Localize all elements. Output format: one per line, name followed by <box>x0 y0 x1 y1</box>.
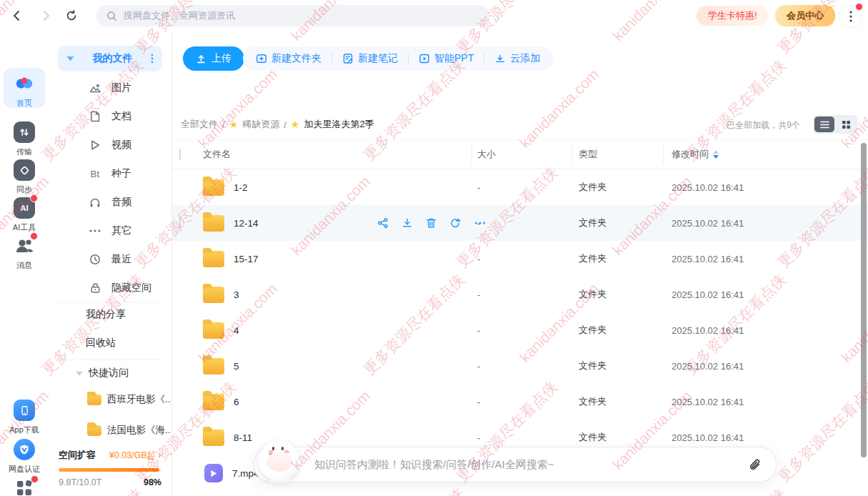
category-label: 种子 <box>111 167 131 180</box>
download-icon[interactable] <box>401 217 413 229</box>
column-header-type[interactable]: 类型 <box>579 140 597 169</box>
cloud-add-icon <box>494 53 506 64</box>
column-header-name[interactable]: 文件名 <box>203 140 231 169</box>
notification-dot <box>31 475 39 483</box>
sort-control[interactable] <box>713 150 719 159</box>
rail-item-label: 传输 <box>16 147 32 157</box>
sync-icon <box>13 159 36 182</box>
sidebar-category-隐藏空间[interactable]: 隐藏空间 <box>49 274 171 302</box>
sidebar-category-最近[interactable]: 最近 <box>49 245 171 274</box>
sidebar-category-视频[interactable]: 视频 <box>49 131 171 159</box>
search-icon <box>106 11 117 21</box>
upload-button[interactable]: 上传 <box>183 46 244 71</box>
category-label: 图片 <box>111 81 131 94</box>
file-size: - <box>477 277 480 312</box>
quick-item[interactable]: 法国电影《海... <box>87 424 170 437</box>
main-content: 上传 新建文件夹 新建笔记 智能PPT 云添加 全部文件 / ★ 稀缺资源 / … <box>171 32 868 496</box>
search-input[interactable]: 搜网盘文件、全网资源资讯 <box>96 5 489 26</box>
vip-center-button[interactable]: 会员中心 <box>775 5 835 26</box>
rail-item-AI工具[interactable]: AI AI工具 <box>0 197 49 233</box>
search-placeholder: 搜网盘文件、全网资源资讯 <box>124 9 235 22</box>
rail-item-工具[interactable]: 工具 <box>0 477 49 496</box>
quota-price-link[interactable]: ¥0.03/GB起 › <box>109 450 161 462</box>
sidebar-item-recycle-bin[interactable]: 回收站 <box>86 337 116 349</box>
refresh-button[interactable] <box>63 7 80 24</box>
paperclip-icon[interactable] <box>748 458 762 472</box>
table-row[interactable]: 5 - 文件夹 2025.10.02 16:41 <box>171 348 868 384</box>
vertical-scrollbar[interactable] <box>861 143 867 457</box>
table-row[interactable]: 3 - 文件夹 2025.10.02 16:41 <box>171 277 868 312</box>
smart-ppt-button[interactable]: 智能PPT <box>419 52 474 65</box>
my-files-label: 我的文件 <box>80 52 145 65</box>
grid-view-button[interactable] <box>836 116 856 132</box>
file-name: 12-14 <box>234 218 259 229</box>
ai-mascot-avatar <box>257 440 303 487</box>
select-all-checkbox[interactable] <box>179 149 181 161</box>
sidebar-item-my-share[interactable]: 我的分享 <box>86 308 126 321</box>
new-note-button[interactable]: 新建笔记 <box>342 52 398 65</box>
back-button[interactable] <box>9 7 26 24</box>
quota-panel: 空间扩容 ¥0.03/GB起 › 9.8T/10.0T 98% <box>49 442 171 496</box>
cloud-add-button[interactable]: 云添加 <box>494 52 540 65</box>
table-row[interactable]: 6 - 文件夹 2025.10.02 16:41 <box>171 384 868 420</box>
rail-item-label: 消息 <box>16 260 32 271</box>
smart-ppt-icon <box>419 53 430 64</box>
sidebar-quick-access[interactable]: 快捷访问 <box>76 367 129 380</box>
table-row[interactable]: 1-2 - 文件夹 2025.10.02 16:41 <box>171 169 868 205</box>
sidebar-category-其它[interactable]: 其它 <box>49 217 171 245</box>
file-time: 2025.10.02 16:41 <box>672 348 744 384</box>
breadcrumb-mid[interactable]: 稀缺资源 <box>242 118 279 131</box>
quick-item[interactable]: 西班牙电影《... <box>87 393 170 406</box>
rail-item-传输[interactable]: 传输 <box>0 121 49 157</box>
rail-item-首页[interactable]: 首页 <box>0 72 49 109</box>
folder-icon <box>203 215 224 232</box>
new-folder-icon <box>256 53 267 64</box>
rail-item-同步[interactable]: 同步 <box>0 159 49 195</box>
notification-dot <box>30 194 38 202</box>
share-icon[interactable] <box>377 217 389 229</box>
column-header-size[interactable]: 大小 <box>477 140 496 169</box>
table-row[interactable]: 12-14 - 文件夹 2025.10.02 16:41 <box>171 205 868 241</box>
grid-view-icon <box>842 120 851 129</box>
sidebar-category-音频[interactable]: 音频 <box>49 188 171 217</box>
rail-item-App下载[interactable]: App下载 <box>0 399 49 435</box>
rail-item-消息[interactable]: 消息 <box>0 234 49 271</box>
file-name: 5 <box>234 361 239 372</box>
sidebar-category-种子[interactable]: Bt 种子 <box>49 159 171 188</box>
new-folder-button[interactable]: 新建文件夹 <box>256 52 321 65</box>
student-promo-button[interactable]: 学生卡特惠! <box>697 6 769 26</box>
file-name: 4 <box>234 325 239 336</box>
file-time: 2025.10.02 16:41 <box>672 312 744 348</box>
sidebar-item-my-files[interactable]: 我的文件 <box>58 46 162 71</box>
sync-add-icon[interactable] <box>449 217 462 229</box>
file-type: 文件夹 <box>579 169 607 205</box>
quick-item-label: 西班牙电影《... <box>107 393 170 406</box>
messages-icon <box>13 234 36 257</box>
category-label: 最近 <box>111 253 131 266</box>
table-row[interactable]: 15-17 - 文件夹 2025.10.02 16:41 <box>171 241 868 277</box>
ai-search-bar[interactable]: 知识问答内测啦！知识搜索/问答/创作/AI全网搜索~ <box>254 447 777 482</box>
view-toggle <box>813 115 857 134</box>
kebab-menu-icon[interactable] <box>151 54 154 64</box>
delete-icon[interactable] <box>426 217 437 229</box>
column-header-time[interactable]: 修改时间 <box>672 148 709 161</box>
sidebar-category-图片[interactable]: 图片 <box>49 74 171 102</box>
table-row[interactable]: 4 - 文件夹 2025.10.02 16:41 <box>171 312 868 348</box>
new-note-icon <box>342 53 354 64</box>
left-rail: 首页 传输 同步 AI AI工具 消息 App下载 网盘认证 工具 <box>0 32 49 496</box>
forward-button[interactable] <box>37 7 54 24</box>
file-type: 文件夹 <box>579 277 607 312</box>
file-type: 文件夹 <box>579 205 607 241</box>
breadcrumb-root[interactable]: 全部文件 <box>181 118 218 131</box>
quota-progress-fill <box>59 468 159 472</box>
document-icon <box>89 111 101 122</box>
tools-icon <box>13 477 36 496</box>
file-name: 15-17 <box>234 254 259 264</box>
row-checkbox[interactable] <box>179 217 181 229</box>
folder-icon <box>203 430 224 446</box>
list-view-button[interactable] <box>814 116 834 132</box>
rail-item-网盘认证[interactable]: 网盘认证 <box>0 438 49 475</box>
sidebar-category-文档[interactable]: 文档 <box>49 102 171 131</box>
video-file-icon <box>204 464 223 482</box>
notification-dot <box>30 232 38 240</box>
